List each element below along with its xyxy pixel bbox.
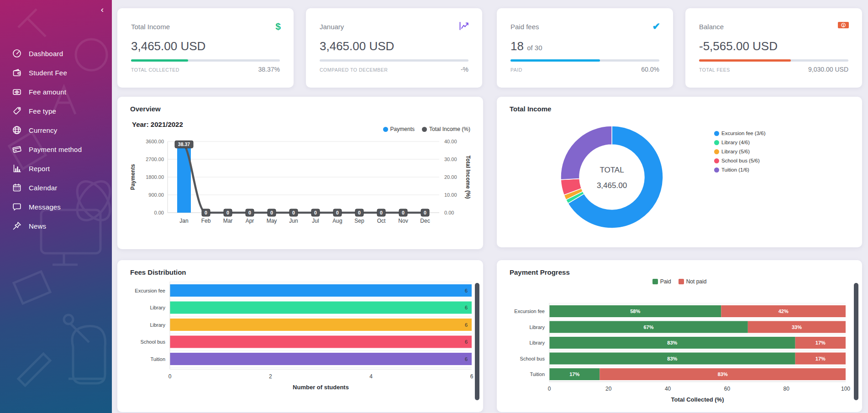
legend-swatch	[714, 167, 719, 173]
progress-fill	[510, 59, 600, 62]
svg-text:Number of students: Number of students	[293, 384, 349, 391]
legend-item: Paid	[652, 278, 671, 285]
legend-swatch	[714, 140, 719, 145]
svg-text:67%: 67%	[643, 324, 653, 330]
legend-item: Tuition (1/6)	[714, 167, 766, 173]
legend-swatch	[383, 127, 388, 132]
legend-item: Library (4/6)	[714, 140, 766, 145]
globe-icon	[12, 125, 22, 135]
stat-value: 18	[510, 39, 524, 53]
donut-legend: Excursion fee (3/6)Library (4/6)Library …	[714, 131, 766, 176]
overview-card: Overview Year: 2021/2022 PaymentsTotal I…	[117, 97, 483, 249]
stat-value: -5,565.00 USD	[699, 39, 778, 53]
svg-text:0: 0	[336, 210, 339, 215]
sidebar-item-student-fee[interactable]: Student Fee	[0, 63, 112, 82]
svg-text:17%: 17%	[815, 340, 826, 345]
stat-value: 3,465.00 USD	[131, 39, 205, 53]
svg-text:May: May	[267, 218, 277, 224]
sidebar-collapse-button[interactable]: ‹	[98, 4, 106, 16]
svg-text:Jul: Jul	[312, 218, 319, 224]
svg-text:83%: 83%	[667, 340, 677, 345]
svg-text:Apr: Apr	[246, 218, 254, 224]
payment-progress-chart: Excursion fee58%42%Library67%33%Library8…	[501, 292, 857, 406]
checkmark-icon: ✔	[652, 21, 660, 32]
sidebar-item-report[interactable]: Report	[0, 159, 112, 178]
svg-text:Library: Library	[150, 305, 165, 310]
donut-title: Total Income	[510, 105, 551, 113]
total-income-donut-chart: TOTAL3,465.00	[510, 115, 711, 243]
svg-text:2: 2	[269, 373, 272, 380]
total-income-donut-card: Total Income TOTAL3,465.00 Excursion fee…	[497, 97, 862, 247]
svg-text:900.00: 900.00	[148, 192, 164, 198]
legend-item: Total Income (%)	[422, 126, 470, 132]
legend-label: Tuition (1/6)	[721, 167, 749, 173]
money-icon	[12, 87, 22, 97]
svg-text:1800.00: 1800.00	[146, 174, 164, 180]
legend-label: Library (4/6)	[721, 140, 750, 145]
svg-text:100: 100	[841, 386, 850, 392]
svg-text:83%: 83%	[667, 356, 677, 361]
svg-text:0.00: 0.00	[154, 210, 164, 215]
stat-footer-value: 38.37%	[258, 66, 280, 73]
svg-text:0.00: 0.00	[444, 210, 454, 215]
svg-text:4: 4	[369, 373, 373, 380]
svg-text:6: 6	[465, 356, 468, 362]
svg-text:6: 6	[465, 288, 468, 293]
svg-text:0: 0	[226, 210, 229, 215]
svg-text:0: 0	[358, 210, 361, 215]
calendar-icon	[12, 183, 22, 193]
overview-legend: PaymentsTotal Income (%)	[383, 126, 470, 132]
fees-title: Fees Distribution	[130, 268, 186, 276]
svg-text:83%: 83%	[718, 371, 728, 377]
trend-chart-icon	[458, 21, 469, 33]
svg-text:Tuition: Tuition	[150, 356, 165, 362]
payment-progress-card: Payment Progress PaidNot paid Excursion …	[497, 260, 862, 412]
svg-text:3,465.00: 3,465.00	[597, 181, 627, 190]
fees-distribution-chart: Excursion fee6Library6Library6School bus…	[122, 278, 478, 411]
stat-footer-value: 60.0%	[641, 66, 659, 73]
total-income-stat-card: Total Income $ 3,465.00 USD TOTAL COLLEC…	[117, 8, 294, 88]
svg-text:TOTAL: TOTAL	[600, 166, 624, 174]
svg-text:0: 0	[292, 210, 295, 215]
svg-text:0: 0	[402, 210, 405, 215]
sidebar-nav: Dashboard Student Fee Fee amount Fee typ…	[0, 44, 112, 235]
svg-text:Oct: Oct	[377, 218, 386, 224]
svg-text:Nov: Nov	[398, 218, 408, 224]
svg-text:0: 0	[270, 210, 273, 215]
svg-text:Total Income (%): Total Income (%)	[465, 155, 471, 199]
legend-swatch	[714, 149, 719, 154]
sidebar-item-payment-method[interactable]: Payment method	[0, 140, 112, 159]
stat-title: Paid fees	[510, 23, 539, 31]
sidebar-item-dashboard[interactable]: Dashboard	[0, 44, 112, 63]
svg-text:42%: 42%	[779, 308, 789, 314]
svg-text:Total Collected (%): Total Collected (%)	[671, 396, 724, 403]
speedometer-icon	[12, 48, 22, 58]
fees-distribution-card: Fees Distribution Excursion fee6Library6…	[117, 260, 483, 412]
svg-text:33%: 33%	[792, 324, 802, 330]
chat-icon	[12, 202, 22, 212]
sidebar-item-currency[interactable]: Currency	[0, 120, 112, 140]
overview-chart: 0.000.00900.0010.001800.0020.002700.0030…	[122, 136, 478, 245]
stat-footer-label: PAID	[510, 67, 522, 73]
sidebar-item-calendar[interactable]: Calendar	[0, 178, 112, 197]
svg-text:Library: Library	[529, 324, 545, 330]
stat-title: Total Income	[131, 23, 170, 31]
sidebar: ‹ Dashboard Student Fee Fee amount Fee t…	[0, 0, 112, 413]
paid-fees-stat-card: Paid fees ✔ 18 of 30 PAID 60.0%	[497, 8, 673, 88]
chevron-left-icon: ‹	[101, 5, 104, 14]
svg-text:60: 60	[724, 386, 731, 392]
svg-text:6: 6	[465, 305, 468, 310]
svg-text:Tuition: Tuition	[530, 371, 545, 377]
sidebar-item-messages[interactable]: Messages	[0, 197, 112, 216]
sidebar-item-fee-type[interactable]: Fee type	[0, 101, 112, 120]
svg-text:Payments: Payments	[130, 164, 136, 190]
svg-text:0: 0	[205, 210, 207, 215]
sidebar-item-fee-amount[interactable]: Fee amount	[0, 82, 112, 101]
stat-title: January	[320, 23, 344, 31]
svg-text:0: 0	[248, 210, 251, 215]
sidebar-item-news[interactable]: News	[0, 216, 112, 235]
vertical-scrollbar[interactable]	[475, 283, 479, 400]
svg-text:40.00: 40.00	[444, 139, 457, 144]
vertical-scrollbar[interactable]	[854, 283, 858, 400]
credit-card-icon	[12, 144, 22, 154]
